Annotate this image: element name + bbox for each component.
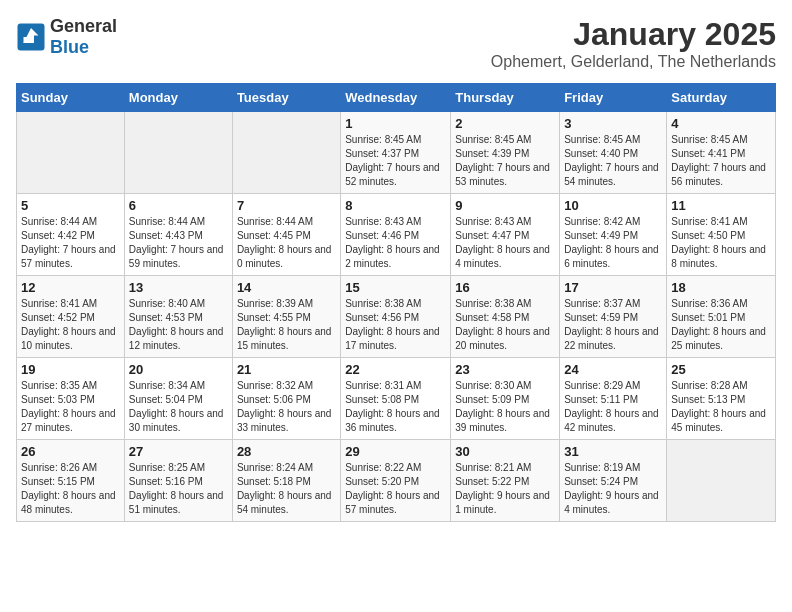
header-day-monday: Monday bbox=[124, 84, 232, 112]
day-number: 7 bbox=[237, 198, 336, 213]
calendar-cell: 19Sunrise: 8:35 AM Sunset: 5:03 PM Dayli… bbox=[17, 358, 125, 440]
header-row: SundayMondayTuesdayWednesdayThursdayFrid… bbox=[17, 84, 776, 112]
day-info: Sunrise: 8:36 AM Sunset: 5:01 PM Dayligh… bbox=[671, 297, 771, 353]
calendar-cell: 1Sunrise: 8:45 AM Sunset: 4:37 PM Daylig… bbox=[341, 112, 451, 194]
title-block: January 2025 Ophemert, Gelderland, The N… bbox=[491, 16, 776, 71]
day-info: Sunrise: 8:24 AM Sunset: 5:18 PM Dayligh… bbox=[237, 461, 336, 517]
day-info: Sunrise: 8:35 AM Sunset: 5:03 PM Dayligh… bbox=[21, 379, 120, 435]
day-number: 30 bbox=[455, 444, 555, 459]
day-number: 11 bbox=[671, 198, 771, 213]
day-info: Sunrise: 8:28 AM Sunset: 5:13 PM Dayligh… bbox=[671, 379, 771, 435]
day-info: Sunrise: 8:45 AM Sunset: 4:39 PM Dayligh… bbox=[455, 133, 555, 189]
logo: General Blue bbox=[16, 16, 117, 58]
day-info: Sunrise: 8:44 AM Sunset: 4:43 PM Dayligh… bbox=[129, 215, 228, 271]
day-info: Sunrise: 8:32 AM Sunset: 5:06 PM Dayligh… bbox=[237, 379, 336, 435]
calendar-cell: 31Sunrise: 8:19 AM Sunset: 5:24 PM Dayli… bbox=[560, 440, 667, 522]
day-info: Sunrise: 8:44 AM Sunset: 4:45 PM Dayligh… bbox=[237, 215, 336, 271]
calendar-body: 1Sunrise: 8:45 AM Sunset: 4:37 PM Daylig… bbox=[17, 112, 776, 522]
day-info: Sunrise: 8:25 AM Sunset: 5:16 PM Dayligh… bbox=[129, 461, 228, 517]
week-row-4: 19Sunrise: 8:35 AM Sunset: 5:03 PM Dayli… bbox=[17, 358, 776, 440]
calendar-cell: 26Sunrise: 8:26 AM Sunset: 5:15 PM Dayli… bbox=[17, 440, 125, 522]
day-number: 13 bbox=[129, 280, 228, 295]
day-info: Sunrise: 8:45 AM Sunset: 4:41 PM Dayligh… bbox=[671, 133, 771, 189]
day-info: Sunrise: 8:19 AM Sunset: 5:24 PM Dayligh… bbox=[564, 461, 662, 517]
header-day-saturday: Saturday bbox=[667, 84, 776, 112]
day-info: Sunrise: 8:43 AM Sunset: 4:46 PM Dayligh… bbox=[345, 215, 446, 271]
month-year: January 2025 bbox=[491, 16, 776, 53]
calendar-cell: 24Sunrise: 8:29 AM Sunset: 5:11 PM Dayli… bbox=[560, 358, 667, 440]
day-number: 25 bbox=[671, 362, 771, 377]
day-number: 14 bbox=[237, 280, 336, 295]
week-row-5: 26Sunrise: 8:26 AM Sunset: 5:15 PM Dayli… bbox=[17, 440, 776, 522]
day-number: 15 bbox=[345, 280, 446, 295]
day-number: 24 bbox=[564, 362, 662, 377]
calendar-cell: 21Sunrise: 8:32 AM Sunset: 5:06 PM Dayli… bbox=[232, 358, 340, 440]
calendar-cell: 28Sunrise: 8:24 AM Sunset: 5:18 PM Dayli… bbox=[232, 440, 340, 522]
logo-text: General Blue bbox=[50, 16, 117, 58]
day-number: 21 bbox=[237, 362, 336, 377]
day-number: 10 bbox=[564, 198, 662, 213]
calendar-cell bbox=[667, 440, 776, 522]
calendar-header: SundayMondayTuesdayWednesdayThursdayFrid… bbox=[17, 84, 776, 112]
day-info: Sunrise: 8:41 AM Sunset: 4:50 PM Dayligh… bbox=[671, 215, 771, 271]
week-row-3: 12Sunrise: 8:41 AM Sunset: 4:52 PM Dayli… bbox=[17, 276, 776, 358]
header-day-friday: Friday bbox=[560, 84, 667, 112]
day-number: 18 bbox=[671, 280, 771, 295]
calendar-cell: 14Sunrise: 8:39 AM Sunset: 4:55 PM Dayli… bbox=[232, 276, 340, 358]
week-row-2: 5Sunrise: 8:44 AM Sunset: 4:42 PM Daylig… bbox=[17, 194, 776, 276]
header-day-thursday: Thursday bbox=[451, 84, 560, 112]
day-number: 20 bbox=[129, 362, 228, 377]
day-info: Sunrise: 8:40 AM Sunset: 4:53 PM Dayligh… bbox=[129, 297, 228, 353]
calendar-cell: 13Sunrise: 8:40 AM Sunset: 4:53 PM Dayli… bbox=[124, 276, 232, 358]
day-number: 12 bbox=[21, 280, 120, 295]
day-number: 29 bbox=[345, 444, 446, 459]
calendar-cell: 4Sunrise: 8:45 AM Sunset: 4:41 PM Daylig… bbox=[667, 112, 776, 194]
calendar-cell: 16Sunrise: 8:38 AM Sunset: 4:58 PM Dayli… bbox=[451, 276, 560, 358]
calendar-cell: 25Sunrise: 8:28 AM Sunset: 5:13 PM Dayli… bbox=[667, 358, 776, 440]
calendar-cell: 20Sunrise: 8:34 AM Sunset: 5:04 PM Dayli… bbox=[124, 358, 232, 440]
calendar-cell: 18Sunrise: 8:36 AM Sunset: 5:01 PM Dayli… bbox=[667, 276, 776, 358]
calendar-cell: 10Sunrise: 8:42 AM Sunset: 4:49 PM Dayli… bbox=[560, 194, 667, 276]
header-day-wednesday: Wednesday bbox=[341, 84, 451, 112]
day-number: 31 bbox=[564, 444, 662, 459]
day-number: 1 bbox=[345, 116, 446, 131]
calendar-cell: 9Sunrise: 8:43 AM Sunset: 4:47 PM Daylig… bbox=[451, 194, 560, 276]
header-day-sunday: Sunday bbox=[17, 84, 125, 112]
day-info: Sunrise: 8:44 AM Sunset: 4:42 PM Dayligh… bbox=[21, 215, 120, 271]
day-number: 22 bbox=[345, 362, 446, 377]
day-info: Sunrise: 8:38 AM Sunset: 4:58 PM Dayligh… bbox=[455, 297, 555, 353]
calendar-cell: 3Sunrise: 8:45 AM Sunset: 4:40 PM Daylig… bbox=[560, 112, 667, 194]
day-number: 5 bbox=[21, 198, 120, 213]
day-number: 16 bbox=[455, 280, 555, 295]
calendar-cell: 23Sunrise: 8:30 AM Sunset: 5:09 PM Dayli… bbox=[451, 358, 560, 440]
calendar-cell bbox=[124, 112, 232, 194]
header-day-tuesday: Tuesday bbox=[232, 84, 340, 112]
calendar-cell: 5Sunrise: 8:44 AM Sunset: 4:42 PM Daylig… bbox=[17, 194, 125, 276]
day-info: Sunrise: 8:31 AM Sunset: 5:08 PM Dayligh… bbox=[345, 379, 446, 435]
calendar-cell: 7Sunrise: 8:44 AM Sunset: 4:45 PM Daylig… bbox=[232, 194, 340, 276]
day-info: Sunrise: 8:45 AM Sunset: 4:37 PM Dayligh… bbox=[345, 133, 446, 189]
day-info: Sunrise: 8:34 AM Sunset: 5:04 PM Dayligh… bbox=[129, 379, 228, 435]
logo-general: General bbox=[50, 16, 117, 36]
calendar-cell: 22Sunrise: 8:31 AM Sunset: 5:08 PM Dayli… bbox=[341, 358, 451, 440]
page-header: General Blue January 2025 Ophemert, Geld… bbox=[16, 16, 776, 71]
calendar-cell bbox=[17, 112, 125, 194]
calendar-cell: 8Sunrise: 8:43 AM Sunset: 4:46 PM Daylig… bbox=[341, 194, 451, 276]
calendar-cell: 2Sunrise: 8:45 AM Sunset: 4:39 PM Daylig… bbox=[451, 112, 560, 194]
calendar-cell: 17Sunrise: 8:37 AM Sunset: 4:59 PM Dayli… bbox=[560, 276, 667, 358]
day-info: Sunrise: 8:43 AM Sunset: 4:47 PM Dayligh… bbox=[455, 215, 555, 271]
day-info: Sunrise: 8:41 AM Sunset: 4:52 PM Dayligh… bbox=[21, 297, 120, 353]
location: Ophemert, Gelderland, The Netherlands bbox=[491, 53, 776, 71]
day-info: Sunrise: 8:30 AM Sunset: 5:09 PM Dayligh… bbox=[455, 379, 555, 435]
calendar-table: SundayMondayTuesdayWednesdayThursdayFrid… bbox=[16, 83, 776, 522]
day-number: 2 bbox=[455, 116, 555, 131]
logo-icon bbox=[16, 22, 46, 52]
day-number: 8 bbox=[345, 198, 446, 213]
day-number: 28 bbox=[237, 444, 336, 459]
day-info: Sunrise: 8:37 AM Sunset: 4:59 PM Dayligh… bbox=[564, 297, 662, 353]
day-number: 3 bbox=[564, 116, 662, 131]
day-number: 6 bbox=[129, 198, 228, 213]
day-info: Sunrise: 8:38 AM Sunset: 4:56 PM Dayligh… bbox=[345, 297, 446, 353]
logo-blue: Blue bbox=[50, 37, 89, 57]
day-info: Sunrise: 8:21 AM Sunset: 5:22 PM Dayligh… bbox=[455, 461, 555, 517]
